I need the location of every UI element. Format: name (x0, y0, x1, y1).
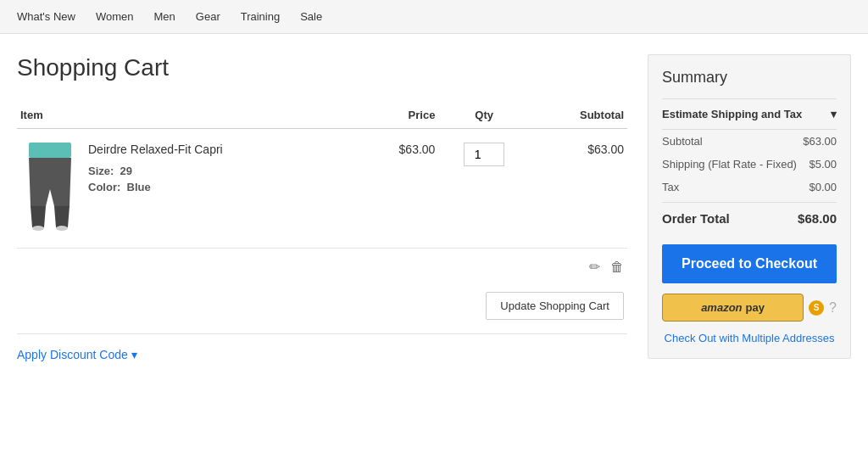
svg-rect-0 (29, 143, 71, 158)
subtotal-label: Subtotal (662, 135, 703, 148)
amazon-pay-label: pay (746, 301, 765, 314)
col-item: Item (17, 102, 356, 129)
tax-value: $0.00 (809, 181, 837, 193)
summary-lines: Subtotal $63.00 Shipping (Flat Rate - Fi… (662, 130, 837, 231)
summary-shipping: Shipping (Flat Rate - Fixed) $5.00 (662, 153, 837, 176)
amazon-icon: amazon (701, 301, 742, 314)
checkout-button[interactable]: Proceed to Checkout (662, 244, 837, 283)
shipping-label: Shipping (Flat Rate - Fixed) (662, 158, 797, 171)
main-nav: What's New Women Men Gear Training Sale (0, 0, 868, 34)
estimate-shipping-label: Estimate Shipping and Tax (662, 108, 802, 120)
nav-whats-new[interactable]: What's New (17, 10, 75, 23)
table-row: Deirdre Relaxed-Fit Capri Size: 29 Color… (17, 129, 627, 249)
item-qty-cell (438, 129, 529, 249)
color-value: Blue (127, 181, 151, 193)
discount-code-toggle[interactable]: Apply Discount Code ▾ (17, 348, 137, 361)
delete-item-button[interactable]: 🗑 (610, 260, 624, 275)
cart-table: Item Price Qty Subtotal (17, 102, 627, 327)
col-price: Price (356, 102, 439, 129)
chevron-down-icon: ▾ (131, 348, 137, 361)
item-price: $63.00 (356, 129, 439, 249)
page-title: Shopping Cart (17, 54, 627, 81)
qty-input[interactable] (464, 143, 504, 166)
tax-label: Tax (662, 181, 679, 193)
cart-divider (17, 333, 627, 334)
nav-gear[interactable]: Gear (196, 10, 220, 23)
amazon-pay-row: amazon pay S ? (662, 294, 837, 322)
main-content: Shopping Cart Item Price Qty Subtotal (17, 54, 627, 361)
summary-box: Summary Estimate Shipping and Tax ▾ Subt… (648, 54, 851, 359)
svg-point-1 (32, 226, 44, 231)
update-cart-button[interactable]: Update Shopping Cart (486, 292, 624, 320)
order-total-value: $68.00 (798, 211, 837, 226)
summary-subtotal: Subtotal $63.00 (662, 130, 837, 153)
product-image (20, 143, 80, 232)
sidebar: Summary Estimate Shipping and Tax ▾ Subt… (648, 54, 851, 361)
multi-address-link[interactable]: Check Out with Multiple Addresses (662, 332, 837, 344)
color-label: Color: (88, 181, 120, 193)
discount-label: Apply Discount Code (17, 348, 128, 361)
help-icon[interactable]: ? (829, 300, 837, 316)
item-image-cell (17, 129, 85, 249)
nav-sale[interactable]: Sale (300, 10, 322, 23)
summary-tax: Tax $0.00 (662, 176, 837, 199)
update-cart-row: Update Shopping Cart (17, 285, 627, 327)
subtotal-value: $63.00 (803, 135, 837, 148)
nav-training[interactable]: Training (241, 10, 280, 23)
order-total-label: Order Total (662, 211, 730, 226)
col-subtotal: Subtotal (530, 102, 627, 129)
item-color: Color: Blue (88, 181, 353, 193)
chevron-down-icon: ▾ (831, 108, 837, 120)
item-name: Deirdre Relaxed-Fit Capri (88, 143, 353, 156)
estimate-shipping-toggle[interactable]: Estimate Shipping and Tax ▾ (662, 98, 837, 130)
edit-item-button[interactable]: ✏ (589, 259, 600, 275)
page-container: Shopping Cart Item Price Qty Subtotal (0, 34, 868, 382)
summary-order-total: Order Total $68.00 (662, 202, 837, 231)
size-label: Size: (88, 165, 114, 177)
item-actions-row: ✏ 🗑 (17, 249, 627, 286)
col-qty: Qty (438, 102, 529, 129)
size-value: 29 (120, 165, 132, 177)
item-subtotal: $63.00 (530, 129, 627, 249)
nav-women[interactable]: Women (96, 10, 134, 23)
svg-point-2 (56, 226, 68, 231)
item-size: Size: 29 (88, 165, 353, 177)
nav-men[interactable]: Men (154, 10, 175, 23)
shipping-value: $5.00 (809, 158, 837, 171)
item-actions-cell: ✏ 🗑 (17, 249, 627, 286)
s-badge: S (809, 300, 824, 316)
update-cart-cell: Update Shopping Cart (17, 285, 627, 327)
amazon-pay-button[interactable]: amazon pay (662, 294, 804, 322)
summary-title: Summary (662, 69, 837, 87)
item-details-cell: Deirdre Relaxed-Fit Capri Size: 29 Color… (85, 129, 356, 249)
